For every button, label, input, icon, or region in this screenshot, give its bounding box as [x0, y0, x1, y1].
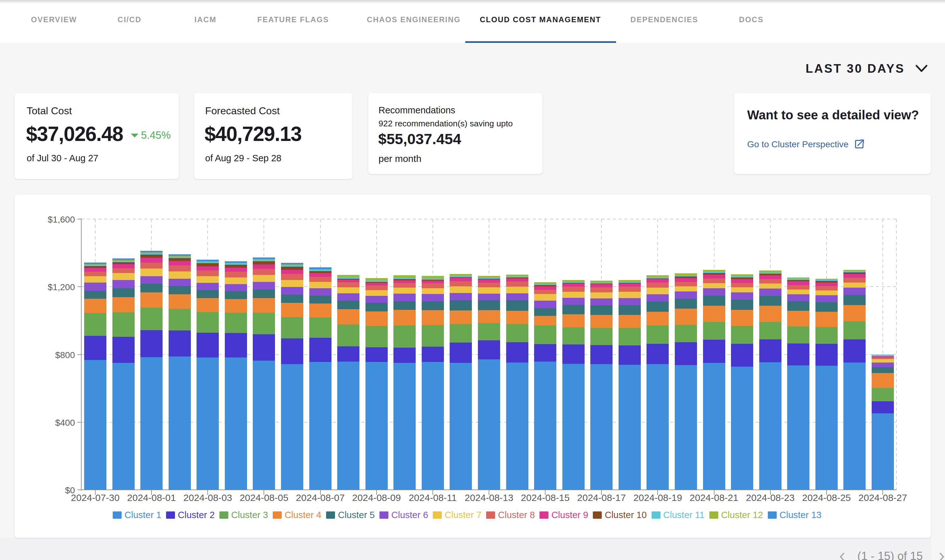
svg-text:2024-08-05: 2024-08-05 [240, 492, 288, 503]
svg-text:2024-08-19: 2024-08-19 [634, 492, 682, 503]
svg-text:2024-08-11: 2024-08-11 [409, 492, 457, 503]
svg-text:$400: $400 [55, 418, 75, 428]
svg-text:$1,200: $1,200 [48, 282, 75, 292]
svg-text:2024-08-21: 2024-08-21 [690, 492, 738, 503]
svg-text:2024-08-17: 2024-08-17 [577, 492, 626, 503]
svg-text:$1,600: $1,600 [48, 215, 75, 225]
svg-text:2024-08-27: 2024-08-27 [858, 492, 907, 503]
svg-text:2024-08-07: 2024-08-07 [296, 492, 345, 503]
svg-text:2024-08-15: 2024-08-15 [521, 492, 569, 503]
svg-text:2024-08-01: 2024-08-01 [127, 492, 175, 503]
svg-text:2024-07-30: 2024-07-30 [71, 492, 119, 503]
svg-text:$800: $800 [55, 350, 75, 360]
svg-text:2024-08-23: 2024-08-23 [746, 492, 794, 503]
svg-text:2024-08-13: 2024-08-13 [465, 492, 513, 503]
svg-text:2024-08-25: 2024-08-25 [802, 492, 851, 503]
svg-text:2024-08-03: 2024-08-03 [183, 492, 232, 503]
svg-text:2024-08-09: 2024-08-09 [352, 492, 401, 503]
